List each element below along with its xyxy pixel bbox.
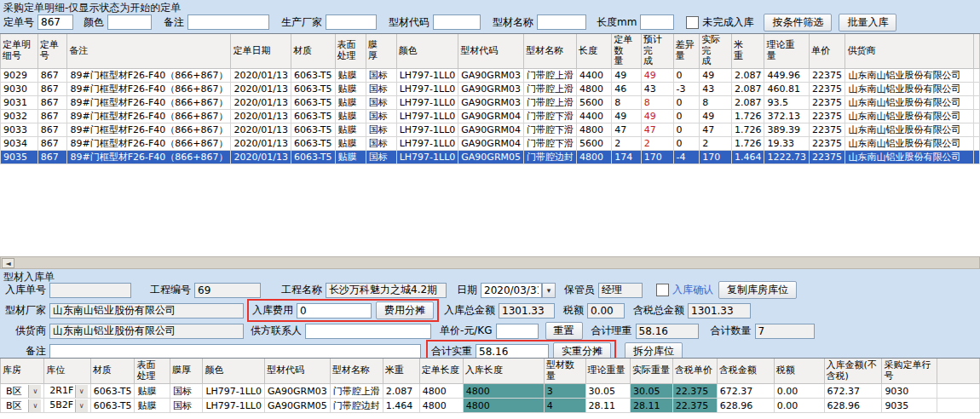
grid-cell[interactable]: 22.375 — [672, 399, 717, 413]
grid-cell[interactable]: 0 — [673, 136, 700, 150]
grid-cell[interactable]: 22375 — [809, 95, 845, 109]
grid-cell[interactable]: 2020/01/13 — [231, 123, 291, 136]
grid-cell[interactable]: 867 — [37, 95, 67, 109]
supplier-field[interactable] — [49, 324, 244, 339]
grid-cell[interactable]: 1.726 — [731, 123, 764, 136]
column-header[interactable]: 预计完 成 — [641, 34, 673, 68]
column-header[interactable]: 库房 — [1, 359, 44, 384]
column-header[interactable]: 型材数量 — [544, 359, 585, 384]
grid-cell[interactable]: LH797-1LL0 — [396, 150, 458, 164]
grid-cell[interactable]: 93.5 — [764, 95, 810, 109]
batch-inbound-button[interactable]: 批量入库 — [839, 14, 896, 32]
grid-cell[interactable]: 国标 — [170, 399, 203, 413]
grid-cell[interactable]: 0 — [673, 68, 700, 82]
grid-cell[interactable]: 389.39 — [764, 123, 810, 136]
grid-cell[interactable]: 2020/01/13 — [231, 82, 291, 95]
grid-cell[interactable]: 门带腔下滑 — [524, 109, 577, 123]
grid-cell[interactable]: GA90GRM04 — [458, 109, 524, 123]
grid-cell[interactable]: ∨B区 — [1, 384, 44, 399]
project-no-field[interactable] — [194, 283, 261, 298]
grid-cell[interactable]: 9035 — [882, 399, 937, 413]
grid-cell[interactable]: LH797-1LL0 — [203, 399, 265, 413]
column-header[interactable]: 理论重量 — [585, 359, 630, 384]
column-header[interactable]: 材质 — [90, 359, 135, 384]
column-header[interactable]: 膜 厚 — [366, 34, 396, 68]
inbound-fee-field[interactable] — [297, 303, 372, 319]
dropdown-arrow-icon[interactable]: ∨ — [28, 399, 41, 412]
grid-cell[interactable]: 2020/01/13 — [231, 150, 291, 164]
grid-cell[interactable]: 国标 — [366, 68, 396, 82]
column-header[interactable]: 定单明 细号 — [1, 34, 38, 68]
column-header[interactable]: 税额 — [774, 359, 824, 384]
grid-cell[interactable]: 山东南山铝业股份有限公司 — [845, 109, 973, 123]
grid-cell[interactable]: 门带腔下滑 — [524, 123, 577, 136]
column-header[interactable]: 表面 处理 — [335, 34, 366, 68]
grid-cell[interactable]: 国标 — [366, 95, 396, 109]
grid-cell[interactable]: 0 — [673, 95, 700, 109]
grid-cell[interactable]: LH797-1LL0 — [396, 95, 458, 109]
grid-cell[interactable]: 9029 — [1, 68, 38, 82]
dropdown-arrow-icon[interactable]: ∨ — [75, 399, 88, 412]
grid-cell[interactable]: 49 — [641, 68, 673, 82]
copy-warehouse-location-button[interactable]: 复制库房库位 — [718, 281, 797, 299]
profile-code-filter-input[interactable] — [433, 14, 481, 30]
grid-cell[interactable]: 贴膜 — [335, 95, 366, 109]
grid-cell[interactable]: 门带腔下滑 — [524, 136, 577, 150]
supplier-contact-field[interactable] — [305, 324, 431, 339]
grid-cell[interactable]: 89#门框型材F26-F40（866+867） — [67, 68, 231, 82]
grid-cell[interactable]: 0.00 — [774, 384, 824, 399]
grid-cell[interactable]: 2020/01/13 — [231, 95, 291, 109]
grid-cell[interactable]: 国标 — [366, 150, 396, 164]
grid-cell[interactable]: LH797-1LL0 — [203, 384, 265, 399]
grid-cell[interactable]: 867 — [37, 150, 67, 164]
column-header[interactable]: 入库长度 — [463, 359, 544, 384]
grid-cell[interactable]: 6063-T5 — [291, 109, 335, 123]
total-quantity-field[interactable] — [755, 324, 815, 339]
grid-cell[interactable]: 贴膜 — [335, 150, 366, 164]
grid-cell[interactable]: 国标 — [366, 82, 396, 95]
unit-price-field[interactable] — [496, 324, 539, 339]
table-row[interactable]: 903486789#门框型材F26-F40（866+867）2020/01/13… — [1, 136, 980, 150]
grid-cell[interactable]: 89#门框型材F26-F40（866+867） — [67, 123, 231, 136]
grid-cell[interactable]: 49 — [700, 109, 732, 123]
grid-cell[interactable]: 山东南山铝业股份有限公司 — [845, 68, 973, 82]
grid-cell[interactable]: 47 — [700, 123, 732, 136]
horizontal-scrollbar[interactable]: ◄ — [0, 256, 980, 269]
date-field[interactable] — [481, 283, 542, 298]
grid-cell[interactable]: 3 — [544, 384, 585, 399]
grid-cell[interactable]: 门带腔上滑 — [524, 95, 577, 109]
grid-cell[interactable]: 449.96 — [764, 68, 810, 82]
grid-cell[interactable]: 门带腔上滑 — [524, 68, 577, 82]
form-remark-field[interactable] — [49, 344, 421, 359]
grid-cell[interactable]: ∨2R1F — [44, 384, 90, 399]
grid-cell[interactable]: 4400 — [577, 109, 612, 123]
grid-cell[interactable]: 国标 — [366, 136, 396, 150]
grid-cell[interactable]: 4800 — [577, 82, 612, 95]
grid-cell[interactable]: 19.33 — [764, 136, 810, 150]
grid-cell[interactable]: 2.087 — [731, 95, 764, 109]
grid-cell[interactable]: 9034 — [1, 136, 38, 150]
grid-cell[interactable]: LH797-1LL0 — [396, 82, 458, 95]
column-header[interactable]: 定单长度 — [419, 359, 463, 384]
grid-cell[interactable]: 山东南山铝业股份有限公司 — [845, 95, 973, 109]
grid-cell[interactable]: 22375 — [809, 68, 845, 82]
grid-cell[interactable] — [973, 82, 979, 95]
grid-cell[interactable]: 2.087 — [731, 68, 764, 82]
grid-cell[interactable]: -4 — [673, 150, 700, 164]
date-dropdown-icon[interactable]: ▾ — [542, 283, 556, 298]
grid-cell[interactable]: 43 — [641, 82, 673, 95]
grid-cell[interactable]: 2 — [700, 136, 732, 150]
total-with-tax-field[interactable] — [688, 303, 751, 319]
column-header[interactable]: 颜色 — [203, 359, 265, 384]
grid-cell[interactable]: 1.464 — [731, 150, 764, 164]
grid-cell[interactable]: 49 — [641, 109, 673, 123]
grid-cell[interactable]: 628.96 — [717, 399, 774, 413]
grid-cell[interactable]: 867 — [37, 68, 67, 82]
dropdown-arrow-icon[interactable]: ∨ — [28, 385, 41, 398]
grid-cell[interactable]: 89#门框型材F26-F40（866+867） — [67, 136, 231, 150]
grid-cell[interactable]: 6063-T5 — [90, 384, 135, 399]
grid-cell[interactable]: 6063-T5 — [291, 136, 335, 150]
column-header[interactable]: 表面 处理 — [135, 359, 170, 384]
remark-filter-input[interactable] — [187, 14, 269, 30]
project-name-field[interactable] — [326, 283, 447, 298]
